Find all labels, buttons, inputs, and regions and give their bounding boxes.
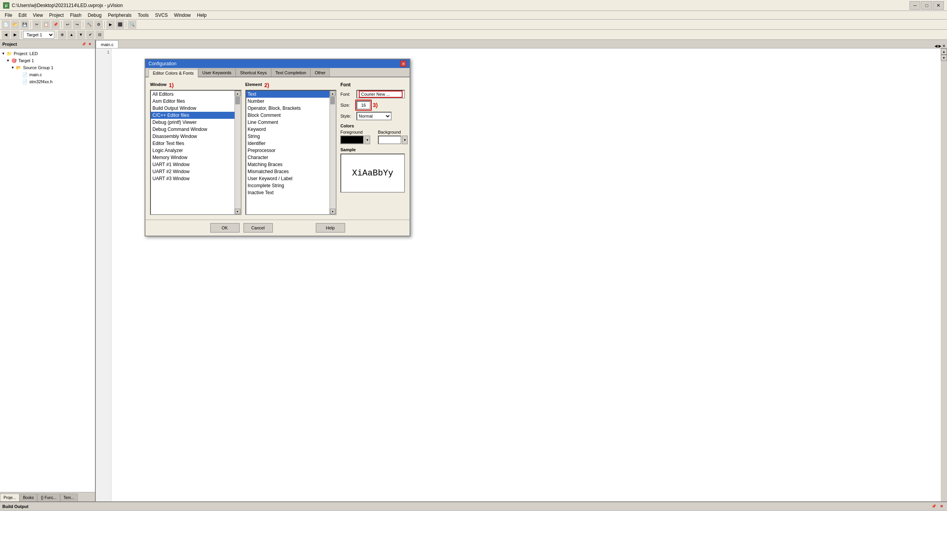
window-item-disasm[interactable]: Disassembly Window — [151, 133, 235, 140]
sidebar-tab-books[interactable]: Books — [20, 494, 38, 501]
sidebar-pin-btn[interactable]: 📌 — [81, 41, 86, 47]
window-item-memory[interactable]: Memory Window — [151, 154, 235, 161]
menu-svcs[interactable]: SVCS — [152, 12, 171, 19]
target-select[interactable]: Target 1 — [23, 31, 54, 39]
window-item-all-editors[interactable]: All Editors — [151, 91, 235, 98]
bg-arrow-btn[interactable]: ▼ — [402, 136, 408, 144]
scroll-track[interactable] — [235, 96, 241, 209]
element-listbox[interactable]: Text Number Operator, Block, Brackets Bl… — [245, 90, 337, 215]
tab-other[interactable]: Other — [310, 68, 330, 77]
sidebar-tab-tem[interactable]: Tem... — [60, 494, 78, 501]
element-item-text[interactable]: Text — [246, 91, 330, 98]
element-item-operator[interactable]: Operator, Block, Brackets — [246, 105, 330, 112]
tree-main-c[interactable]: 📄 main.c — [0, 71, 95, 78]
menu-flash[interactable]: Flash — [67, 12, 84, 19]
tree-stm32-h[interactable]: 📄 stm32f4xx.h — [0, 78, 95, 85]
menu-project[interactable]: Project — [46, 12, 67, 19]
minimize-button[interactable]: ─ — [909, 1, 920, 10]
menu-edit[interactable]: Edit — [15, 12, 30, 19]
tab-shortcut-keys[interactable]: Shortcut Keys — [236, 68, 271, 77]
tab-scroll-left[interactable]: ◀ — [934, 44, 938, 48]
menu-peripherals[interactable]: Peripherals — [105, 12, 135, 19]
window-item-cpp[interactable]: C/C++ Editor files — [151, 112, 235, 119]
tab-scroll-right[interactable]: ▶ — [938, 44, 942, 48]
element-item-matching[interactable]: Matching Braces — [246, 161, 330, 168]
element-scrollbar[interactable]: ▲ ▼ — [329, 91, 336, 214]
t-btn5[interactable]: ⊟ — [95, 30, 104, 39]
element-item-keyword[interactable]: Keyword — [246, 126, 330, 133]
element-scroll-track[interactable] — [330, 96, 336, 209]
element-item-identifier[interactable]: Identifier — [246, 140, 330, 147]
window-item-uart2[interactable]: UART #2 Window — [151, 168, 235, 175]
close-button[interactable]: ✕ — [933, 1, 944, 10]
font-size-input[interactable] — [356, 101, 371, 109]
window-item-uart1[interactable]: UART #1 Window — [151, 161, 235, 168]
configuration-dialog[interactable]: Configuration ✕ Editor Colors & Fonts Us… — [145, 59, 410, 236]
menu-file[interactable]: File — [2, 12, 15, 19]
window-item-logic[interactable]: Logic Analyzer — [151, 147, 235, 154]
element-item-line-comment[interactable]: Line Comment — [246, 119, 330, 126]
window-item-debug-printf[interactable]: Debug (printf) Viewer — [151, 119, 235, 126]
next-btn[interactable]: ▶ — [11, 30, 20, 39]
build-close-btn[interactable]: ✕ — [938, 504, 945, 509]
menu-debug[interactable]: Debug — [85, 12, 105, 19]
new-file-btn[interactable]: 📄 — [2, 20, 10, 29]
window-item-debug-cmd[interactable]: Debug Command Window — [151, 126, 235, 133]
bg-swatch[interactable] — [378, 136, 401, 144]
build-btn[interactable]: 🔨 — [85, 20, 93, 29]
element-item-inactive[interactable]: Inactive Text — [246, 189, 330, 196]
ok-button[interactable]: OK — [210, 223, 240, 233]
element-item-character[interactable]: Character — [246, 154, 330, 161]
window-listbox[interactable]: All Editors Asm Editor files Build Outpu… — [150, 90, 242, 215]
sidebar-close-btn[interactable]: ✕ — [87, 41, 93, 47]
window-scrollbar[interactable]: ▲ ▼ — [235, 91, 241, 214]
element-item-block-comment[interactable]: Block Comment — [246, 112, 330, 119]
element-scroll-top[interactable]: ▲ — [330, 91, 335, 96]
sidebar-tab-func[interactable]: {} Func... — [37, 494, 60, 501]
editor-tab-main[interactable]: main.c — [96, 40, 118, 48]
tab-close[interactable]: ✕ — [942, 44, 945, 48]
element-scroll-bot[interactable]: ▼ — [330, 209, 335, 214]
fg-swatch[interactable] — [340, 136, 364, 144]
scroll-up-btn[interactable]: ▲ — [941, 48, 947, 55]
undo-btn[interactable]: ↩ — [63, 20, 72, 29]
element-item-preprocessor[interactable]: Preprocessor — [246, 147, 330, 154]
scroll-top-btn[interactable]: ▲ — [235, 91, 240, 96]
scroll-bot-btn[interactable]: ▼ — [235, 209, 240, 214]
t-btn2[interactable]: ▲ — [67, 30, 76, 39]
editor-scrollbar-v[interactable]: ▲ ▼ — [941, 48, 947, 501]
t-btn1[interactable]: ⊕ — [58, 30, 66, 39]
build-pin-btn[interactable]: 📌 — [930, 504, 938, 509]
menu-tools[interactable]: Tools — [135, 12, 152, 19]
window-item-build[interactable]: Build Output Window — [151, 105, 235, 112]
sidebar-tab-project[interactable]: Proje... — [0, 494, 20, 501]
element-scroll-thumb[interactable] — [330, 97, 335, 104]
paste-btn[interactable]: 📌 — [51, 20, 60, 29]
t-btn3[interactable]: ▼ — [77, 30, 85, 39]
rebuild-btn[interactable]: ⚙ — [94, 20, 103, 29]
menu-window[interactable]: Window — [171, 12, 194, 19]
element-item-string[interactable]: String — [246, 133, 330, 140]
tree-target[interactable]: ▼ 🎯 Target 1 — [0, 57, 95, 64]
scroll-down-btn[interactable]: ▼ — [941, 55, 947, 61]
prev-btn[interactable]: ◀ — [2, 30, 10, 39]
open-btn[interactable]: 📂 — [11, 20, 20, 29]
save-btn[interactable]: 💾 — [20, 20, 29, 29]
scroll-thumb[interactable] — [235, 97, 240, 104]
element-item-incomplete[interactable]: Incomplete String — [246, 182, 330, 189]
window-item-editor-text[interactable]: Editor Text files — [151, 140, 235, 147]
menu-help[interactable]: Help — [194, 12, 210, 19]
window-item-asm[interactable]: Asm Editor files — [151, 98, 235, 105]
tab-text-completion[interactable]: Text Completion — [271, 68, 311, 77]
fg-arrow-btn[interactable]: ▼ — [365, 136, 370, 144]
tree-source-group[interactable]: ▼ 📂 Source Group 1 — [0, 64, 95, 71]
maximize-button[interactable]: □ — [921, 1, 932, 10]
element-item-number[interactable]: Number — [246, 98, 330, 105]
tree-project[interactable]: ▼ 📁 Project: LED — [0, 50, 95, 57]
t-btn4[interactable]: ✔ — [86, 30, 95, 39]
tab-editor-colors[interactable]: Editor Colors & Fonts — [149, 69, 198, 77]
element-item-user-keyword[interactable]: User Keyword / Label — [246, 175, 330, 182]
element-item-mismatched[interactable]: Mismatched Braces — [246, 168, 330, 175]
copy-btn[interactable]: 📋 — [42, 20, 50, 29]
stop-btn[interactable]: ⬛ — [116, 20, 124, 29]
